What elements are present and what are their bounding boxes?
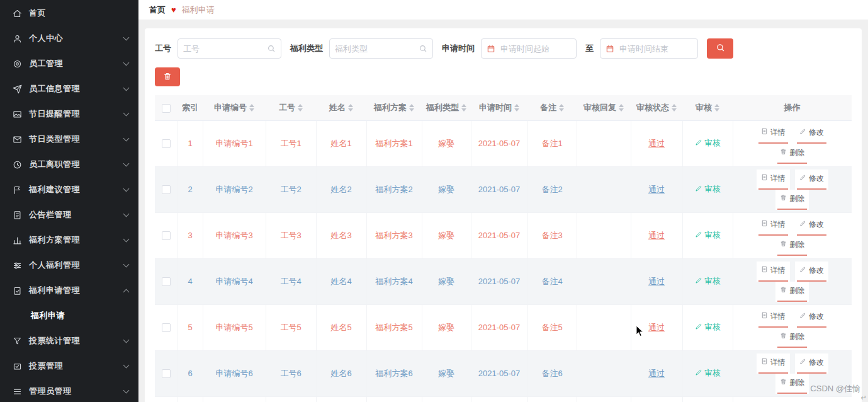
sidebar-item-13[interactable]: 投票统计管理 [0, 328, 138, 353]
sliders-icon [13, 260, 23, 270]
action-button-修改[interactable]: 修改 [795, 215, 828, 236]
column-label: 福利类型 [426, 102, 459, 113]
audit-link[interactable]: 审核 [695, 276, 721, 287]
status-link[interactable]: 通过 [648, 323, 665, 332]
action-button-详情[interactable]: 详情 [757, 307, 790, 328]
sidebar-item-10[interactable]: 福利方案管理 [0, 227, 138, 253]
search-button[interactable] [707, 38, 733, 59]
action-button-删除[interactable]: 删除 [775, 328, 809, 348]
column-header-type[interactable]: 福利类型 [422, 95, 471, 120]
cell-time: 2021-05-07 [471, 166, 527, 212]
cell-job_no: 13852369852 [266, 396, 316, 402]
sidebar-item-12[interactable]: 福利申请管理 [0, 278, 138, 303]
sidebar-item-11[interactable]: 个人福利管理 [0, 253, 138, 278]
batch-delete-button[interactable] [155, 67, 180, 86]
action-button-删除[interactable]: 删除 [775, 144, 809, 164]
row-checkbox[interactable] [162, 139, 171, 148]
cell-audit: 审核 [682, 350, 733, 396]
sort-icon[interactable] [409, 104, 414, 112]
sort-icon[interactable] [559, 104, 564, 112]
audit-link[interactable]: 审核 [695, 322, 721, 333]
sidebar-item-9[interactable]: 公告栏管理 [0, 202, 138, 227]
status-link[interactable]: 通过 [648, 139, 665, 148]
action-button-详情[interactable]: 详情 [757, 169, 790, 190]
row-checkbox[interactable] [162, 277, 171, 286]
status-link[interactable]: 通过 [648, 185, 665, 194]
sidebar-item-7[interactable]: 员工离职管理 [0, 152, 138, 177]
action-button-修改[interactable]: 修改 [795, 261, 828, 282]
column-header-reply[interactable]: 审核回复 [577, 95, 631, 120]
action-button-删除[interactable]: 删除 [775, 190, 809, 210]
sidebar-item-14[interactable]: 投票管理 [0, 353, 138, 379]
apply-time-end-input[interactable] [614, 39, 697, 58]
audit-link[interactable]: 审核 [695, 184, 721, 195]
column-header-time[interactable]: 申请时间 [471, 95, 527, 120]
select-all-checkbox[interactable] [162, 104, 171, 113]
action-button-修改[interactable]: 修改 [795, 399, 828, 402]
column-header-plan[interactable]: 福利方案 [366, 95, 422, 120]
cell-remark: 备注2 [527, 166, 577, 212]
sort-icon[interactable] [249, 104, 254, 112]
cell-job_no: 工号3 [266, 212, 316, 258]
cell-time: 2021-05-07 [471, 304, 527, 350]
action-button-修改[interactable]: 修改 [795, 169, 828, 190]
status-link[interactable]: 通过 [648, 231, 665, 240]
breadcrumb-home[interactable]: 首页 [149, 4, 166, 16]
doc-icon [761, 128, 768, 137]
apply-time-start-input[interactable] [495, 39, 576, 58]
row-checkbox[interactable] [162, 231, 171, 240]
status-link[interactable]: 通过 [648, 277, 665, 286]
column-header-remark[interactable]: 备注 [527, 95, 577, 120]
action-button-删除[interactable]: 删除 [775, 236, 809, 256]
action-button-详情[interactable]: 详情 [757, 353, 790, 374]
row-checkbox[interactable] [162, 185, 171, 194]
edit-icon [799, 128, 806, 137]
audit-link[interactable]: 审核 [695, 230, 721, 241]
cell-name: 姓名1 [316, 120, 366, 166]
welfare-type-input[interactable] [330, 39, 419, 58]
row-checkbox[interactable] [162, 369, 171, 378]
audit-link[interactable]: 审核 [695, 138, 721, 149]
sidebar-item-3[interactable]: 员工管理 [0, 51, 138, 76]
action-button-修改[interactable]: 修改 [795, 123, 828, 144]
column-header-status[interactable]: 审核状态 [631, 95, 682, 120]
row-checkbox[interactable] [162, 323, 171, 332]
sidebar-item-8[interactable]: 福利建议管理 [0, 177, 138, 202]
sort-icon[interactable] [714, 104, 719, 112]
action-button-删除[interactable]: 删除 [775, 374, 809, 394]
sidebar-subitem[interactable]: 福利申请 [0, 303, 138, 328]
sort-icon[interactable] [619, 104, 624, 112]
doc-icon [761, 266, 768, 275]
sort-icon[interactable] [672, 104, 677, 112]
column-header-audit[interactable]: 审核 [682, 95, 733, 120]
sort-icon[interactable] [514, 104, 519, 112]
sidebar-item-2[interactable]: 个人中心 [0, 26, 138, 51]
action-button-删除[interactable]: 删除 [775, 282, 809, 302]
action-button-详情[interactable]: 详情 [757, 399, 790, 402]
sort-icon[interactable] [461, 104, 466, 112]
sidebar-item-5[interactable]: 节日提醒管理 [0, 101, 138, 127]
column-header-name[interactable]: 姓名 [316, 95, 366, 120]
job-no-input[interactable] [178, 39, 267, 58]
sidebar-item-1[interactable]: 首页 [0, 1, 138, 26]
column-header-job_no[interactable]: 工号 [266, 95, 316, 120]
sort-icon[interactable] [298, 104, 303, 112]
action-button-详情[interactable]: 详情 [757, 261, 790, 282]
sidebar-item-15[interactable]: 管理员管理 [0, 379, 138, 402]
sidebar-item-6[interactable]: 节日类型管理 [0, 127, 138, 152]
cell-actions: 详情修改删除 [733, 166, 852, 212]
cell-status: 通过 [631, 212, 682, 258]
status-link[interactable]: 通过 [648, 369, 665, 378]
cell-checkbox [155, 166, 178, 212]
sidebar-item-4[interactable]: 员工信息管理 [0, 76, 138, 101]
audit-link[interactable]: 审核 [695, 368, 721, 379]
action-button-修改[interactable]: 修改 [795, 353, 828, 374]
cell-reply [577, 350, 631, 396]
action-button-详情[interactable]: 详情 [757, 215, 790, 236]
notice-icon [13, 210, 23, 220]
action-button-详情[interactable]: 详情 [757, 123, 790, 144]
cell-audit: 审核 [682, 212, 733, 258]
column-header-apply_no[interactable]: 申请编号 [203, 95, 266, 120]
action-button-修改[interactable]: 修改 [795, 307, 828, 328]
sort-icon[interactable] [348, 104, 353, 112]
